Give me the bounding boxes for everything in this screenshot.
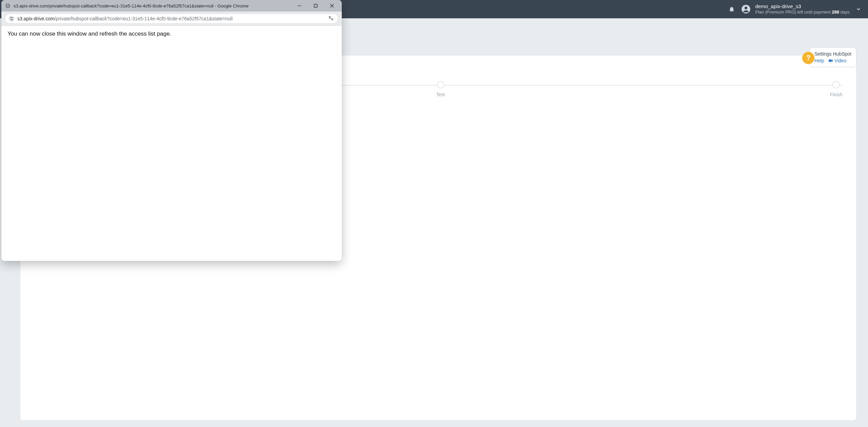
window-title: s3.apix-drive.com/private/hubspot-callba… — [14, 3, 289, 8]
svg-point-1 — [744, 6, 747, 9]
user-avatar-icon[interactable] — [741, 4, 751, 14]
help-bubble-title: Settings HubSpot — [814, 51, 851, 57]
svg-rect-8 — [314, 4, 317, 7]
maximize-button[interactable] — [308, 1, 323, 11]
plan-days: 288 — [832, 9, 839, 15]
svg-rect-7 — [298, 6, 301, 6]
plan-days-suffix: days — [839, 9, 850, 15]
address-field[interactable]: s3.apix-drive.com/private/hubspot-callba… — [5, 14, 338, 24]
svg-point-12 — [11, 17, 12, 18]
video-link-label: Video — [834, 58, 847, 63]
svg-marker-3 — [831, 60, 833, 62]
translate-icon[interactable] — [328, 15, 335, 22]
plan-prefix: Plan | — [755, 9, 767, 15]
step-finish[interactable]: Finish — [830, 81, 843, 97]
step-label: Test — [436, 92, 445, 97]
url-domain: s3.apix-drive.com — [17, 16, 55, 21]
step-label: Finish — [830, 92, 843, 97]
plan-name: Premium PRO — [767, 9, 795, 15]
site-settings-icon[interactable] — [8, 16, 15, 22]
close-button[interactable] — [324, 1, 340, 11]
plan-mid: | left until payment — [795, 9, 832, 15]
callback-success-message: You can now close this window and refres… — [7, 30, 171, 37]
help-link[interactable]: Help — [814, 58, 824, 63]
window-controls — [292, 1, 340, 11]
plan-line: Plan |Premium PRO| left until payment 28… — [755, 9, 850, 15]
video-link[interactable]: Video — [828, 58, 847, 63]
chrome-titlebar[interactable]: s3.apix-drive.com/private/hubspot-callba… — [1, 0, 342, 12]
help-bubble: ? Settings HubSpot Help Video — [809, 47, 856, 67]
svg-point-14 — [12, 19, 13, 20]
step-test[interactable]: Test — [436, 81, 445, 97]
url-text: s3.apix-drive.com/private/hubspot-callba… — [17, 16, 325, 21]
svg-rect-2 — [829, 60, 831, 62]
minimize-button[interactable] — [292, 1, 307, 11]
step-dot — [832, 81, 840, 88]
help-badge-icon[interactable]: ? — [802, 52, 814, 64]
globe-icon — [5, 3, 11, 9]
chrome-popup-window: s3.apix-drive.com/private/hubspot-callba… — [1, 0, 342, 261]
chrome-page-content: You can now close this window and refres… — [1, 26, 342, 261]
chrome-address-bar: s3.apix-drive.com/private/hubspot-callba… — [1, 12, 342, 26]
step-dot — [437, 81, 444, 88]
video-icon — [828, 58, 833, 63]
bell-icon[interactable] — [728, 6, 735, 13]
username: demo_apix-drive_s3 — [755, 3, 850, 9]
url-path: /private/hubspot-callback?code=eu1-31e5-… — [55, 16, 233, 21]
user-info[interactable]: demo_apix-drive_s3 Plan |Premium PRO| le… — [755, 3, 850, 15]
chevron-down-icon[interactable] — [856, 6, 861, 12]
